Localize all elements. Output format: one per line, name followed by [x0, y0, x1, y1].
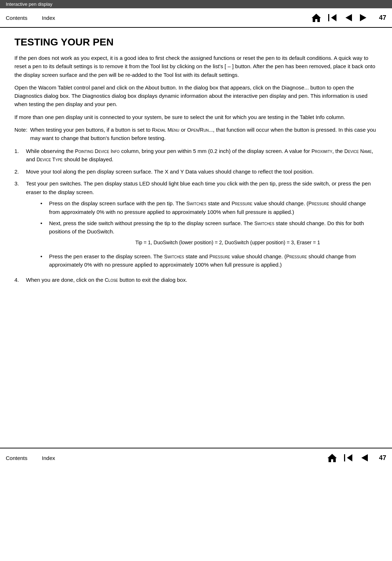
bottom-first-page-icon — [343, 452, 353, 463]
next-page-icon — [358, 12, 369, 23]
bottom-index-link[interactable]: Index — [42, 455, 55, 461]
main-content: TESTING YOUR PEN If the pen does not wor… — [0, 28, 392, 448]
list-text-3: Test your pen switches. The pen display … — [26, 180, 371, 195]
list-num-1: 1. — [14, 147, 23, 164]
list-item-3: 3. Test your pen switches. The pen displ… — [14, 179, 378, 272]
svg-marker-4 — [360, 14, 366, 21]
list-num-2: 2. — [14, 167, 23, 176]
svg-marker-0 — [312, 14, 321, 22]
note-label: Note: — [14, 126, 27, 143]
bullet-text-2-wrapper: Next, press the side switch without pres… — [49, 219, 378, 249]
prev-page-button[interactable] — [342, 11, 354, 24]
bullet-item-2: • Next, press the side switch without pr… — [40, 219, 378, 249]
bottom-page-number: 47 — [379, 454, 386, 462]
list-text-1: While observing the Pointing Device Info… — [26, 147, 378, 164]
bullet-dot-2: • — [40, 219, 46, 249]
bottom-left: Contents Index — [6, 455, 55, 461]
numbered-list: 1. While observing the Pointing Device I… — [14, 147, 378, 284]
bottom-bar: Contents Index 47 — [0, 448, 392, 467]
next-page-button[interactable] — [357, 11, 370, 24]
nav-left: Contents Index — [6, 15, 55, 21]
bullet-list: • Press on the display screen surface wi… — [40, 199, 378, 269]
app-title: Interactive pen display — [6, 1, 52, 7]
bottom-home-icon — [327, 452, 338, 463]
bottom-first-page-button[interactable] — [342, 451, 354, 464]
svg-marker-8 — [361, 454, 368, 461]
para-1: If the pen does not work as you expect, … — [14, 54, 378, 79]
svg-marker-5 — [327, 454, 337, 462]
duoswitch-values: Tip = 1, DuoSwitch (lower position) = 2,… — [78, 239, 378, 246]
page-number: 47 — [379, 14, 386, 22]
page-title: TESTING YOUR PEN — [14, 36, 378, 48]
index-link[interactable]: Index — [42, 15, 55, 21]
first-page-icon — [327, 12, 338, 23]
svg-marker-3 — [345, 14, 352, 21]
prev-page-icon — [343, 12, 353, 23]
note-block: Note: When testing your pen buttons, if … — [14, 126, 378, 143]
content-spacer — [14, 288, 378, 439]
list-item-4: 4. When you are done, click on the Close… — [14, 276, 378, 284]
bottom-contents-link[interactable]: Contents — [6, 455, 27, 461]
home-icon — [311, 12, 322, 23]
bottom-prev-page-button[interactable] — [357, 451, 370, 464]
svg-marker-7 — [347, 454, 352, 461]
list-num-4: 4. — [14, 276, 23, 284]
home-button[interactable] — [310, 11, 323, 24]
para-3: If more than one pen display unit is con… — [14, 113, 378, 121]
nav-right: 47 — [310, 11, 386, 24]
bullet-dot-3: • — [40, 252, 46, 269]
bullet-item-1: • Press on the display screen surface wi… — [40, 199, 378, 216]
bullet-text-3: Press the pen eraser to the display scre… — [49, 252, 378, 269]
para-2: Open the Wacom Tablet control panel and … — [14, 83, 378, 109]
bullet-text-2: Next, press the side switch without pres… — [49, 220, 364, 235]
list-text-3-wrapper: Test your pen switches. The pen display … — [26, 179, 378, 272]
bullet-item-3: • Press the pen eraser to the display sc… — [40, 252, 378, 269]
first-page-button[interactable] — [326, 11, 339, 24]
nav-bar: Contents Index 47 — [0, 8, 392, 28]
list-text-2: Move your tool along the pen display scr… — [26, 167, 314, 176]
list-text-4: When you are done, click on the Close bu… — [26, 276, 187, 284]
bottom-prev-page-icon — [358, 452, 369, 463]
bottom-home-button[interactable] — [326, 451, 339, 464]
bullet-dot-1: • — [40, 199, 46, 216]
bullet-text-1: Press on the display screen surface with… — [49, 199, 378, 216]
note-text: When testing your pen buttons, if a butt… — [30, 126, 378, 143]
bottom-right: 47 — [326, 451, 386, 464]
list-item-1: 1. While observing the Pointing Device I… — [14, 147, 378, 164]
top-bar: Interactive pen display — [0, 0, 392, 8]
svg-rect-1 — [328, 14, 329, 21]
svg-rect-6 — [344, 454, 345, 461]
list-item-2: 2. Move your tool along the pen display … — [14, 167, 378, 176]
contents-link[interactable]: Contents — [6, 15, 27, 21]
svg-marker-2 — [331, 14, 336, 21]
list-num-3: 3. — [14, 179, 23, 272]
